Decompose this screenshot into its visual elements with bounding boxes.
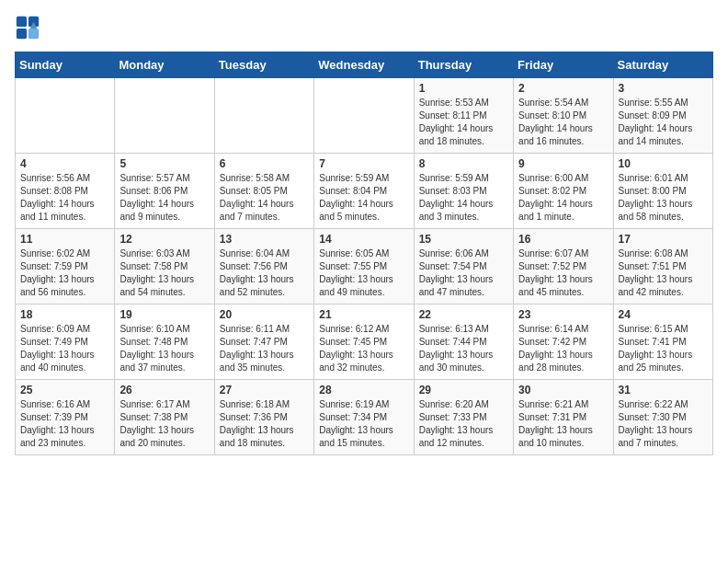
day-number: 26 xyxy=(119,384,209,396)
calendar-cell xyxy=(16,78,115,154)
day-info: Sunrise: 6:22 AM Sunset: 7:30 PM Dayligh… xyxy=(619,398,708,450)
day-number: 2 xyxy=(518,82,608,95)
calendar-cell: 11Sunrise: 6:02 AM Sunset: 7:59 PM Dayli… xyxy=(16,229,115,304)
calendar-cell: 9Sunrise: 6:00 AM Sunset: 8:02 PM Daylig… xyxy=(514,154,613,229)
day-info: Sunrise: 6:04 AM Sunset: 7:56 PM Dayligh… xyxy=(220,247,309,299)
day-number: 16 xyxy=(518,233,608,246)
calendar-cell: 12Sunrise: 6:03 AM Sunset: 7:58 PM Dayli… xyxy=(115,229,214,304)
svg-rect-0 xyxy=(17,17,27,27)
day-info: Sunrise: 6:07 AM Sunset: 7:52 PM Dayligh… xyxy=(518,247,608,299)
calendar-cell: 1Sunrise: 5:53 AM Sunset: 8:11 PM Daylig… xyxy=(414,78,513,154)
day-info: Sunrise: 6:17 AM Sunset: 7:38 PM Dayligh… xyxy=(119,398,209,450)
day-number: 17 xyxy=(619,233,708,246)
calendar-cell: 31Sunrise: 6:22 AM Sunset: 7:30 PM Dayli… xyxy=(613,380,712,455)
day-number: 30 xyxy=(518,384,608,396)
week-row-2: 4Sunrise: 5:56 AM Sunset: 8:08 PM Daylig… xyxy=(16,154,713,229)
header-sunday: Sunday xyxy=(16,52,115,78)
day-number: 27 xyxy=(220,384,309,396)
header-monday: Monday xyxy=(115,52,214,78)
day-number: 1 xyxy=(419,82,508,95)
calendar-cell: 26Sunrise: 6:17 AM Sunset: 7:38 PM Dayli… xyxy=(115,380,214,455)
day-number: 14 xyxy=(319,233,408,246)
calendar-cell: 8Sunrise: 5:59 AM Sunset: 8:03 PM Daylig… xyxy=(414,154,513,229)
day-number: 31 xyxy=(619,384,708,396)
day-info: Sunrise: 6:12 AM Sunset: 7:45 PM Dayligh… xyxy=(319,323,408,374)
day-info: Sunrise: 5:53 AM Sunset: 8:11 PM Dayligh… xyxy=(419,97,508,148)
calendar-cell: 15Sunrise: 6:06 AM Sunset: 7:54 PM Dayli… xyxy=(414,229,513,304)
calendar-cell: 4Sunrise: 5:56 AM Sunset: 8:08 PM Daylig… xyxy=(16,154,115,229)
calendar-cell: 28Sunrise: 6:19 AM Sunset: 7:34 PM Dayli… xyxy=(314,380,414,455)
svg-rect-3 xyxy=(28,29,39,39)
day-number: 12 xyxy=(119,233,209,246)
calendar-cell: 27Sunrise: 6:18 AM Sunset: 7:36 PM Dayli… xyxy=(214,380,313,455)
day-number: 6 xyxy=(220,157,309,170)
header-wednesday: Wednesday xyxy=(314,52,414,78)
header-saturday: Saturday xyxy=(613,52,712,78)
calendar-cell: 18Sunrise: 6:09 AM Sunset: 7:49 PM Dayli… xyxy=(16,304,115,380)
day-info: Sunrise: 5:57 AM Sunset: 8:06 PM Dayligh… xyxy=(119,172,209,224)
day-info: Sunrise: 6:02 AM Sunset: 7:59 PM Dayligh… xyxy=(20,247,109,299)
calendar-cell: 22Sunrise: 6:13 AM Sunset: 7:44 PM Dayli… xyxy=(414,304,513,380)
day-info: Sunrise: 6:19 AM Sunset: 7:34 PM Dayligh… xyxy=(319,398,408,450)
calendar-table: SundayMondayTuesdayWednesdayThursdayFrid… xyxy=(15,52,713,455)
week-row-4: 18Sunrise: 6:09 AM Sunset: 7:49 PM Dayli… xyxy=(16,304,713,380)
week-row-5: 25Sunrise: 6:16 AM Sunset: 7:39 PM Dayli… xyxy=(16,380,713,455)
day-info: Sunrise: 5:54 AM Sunset: 8:10 PM Dayligh… xyxy=(518,97,608,148)
calendar-cell: 3Sunrise: 5:55 AM Sunset: 8:09 PM Daylig… xyxy=(613,78,712,154)
header-friday: Friday xyxy=(514,52,613,78)
logo-icon xyxy=(15,15,40,40)
day-info: Sunrise: 5:55 AM Sunset: 8:09 PM Dayligh… xyxy=(619,97,708,148)
calendar-cell: 17Sunrise: 6:08 AM Sunset: 7:51 PM Dayli… xyxy=(613,229,712,304)
day-info: Sunrise: 6:05 AM Sunset: 7:55 PM Dayligh… xyxy=(319,247,408,299)
day-number: 19 xyxy=(119,308,209,321)
calendar-body: 1Sunrise: 5:53 AM Sunset: 8:11 PM Daylig… xyxy=(16,78,713,455)
calendar-cell: 19Sunrise: 6:10 AM Sunset: 7:48 PM Dayli… xyxy=(115,304,214,380)
day-number: 29 xyxy=(419,384,508,396)
calendar-cell: 14Sunrise: 6:05 AM Sunset: 7:55 PM Dayli… xyxy=(314,229,414,304)
day-number: 23 xyxy=(518,308,608,321)
calendar-cell: 6Sunrise: 5:58 AM Sunset: 8:05 PM Daylig… xyxy=(214,154,313,229)
calendar-cell: 24Sunrise: 6:15 AM Sunset: 7:41 PM Dayli… xyxy=(613,304,712,380)
calendar-cell: 23Sunrise: 6:14 AM Sunset: 7:42 PM Dayli… xyxy=(514,304,613,380)
day-info: Sunrise: 6:10 AM Sunset: 7:48 PM Dayligh… xyxy=(119,323,209,374)
day-info: Sunrise: 6:09 AM Sunset: 7:49 PM Dayligh… xyxy=(20,323,109,374)
header-tuesday: Tuesday xyxy=(214,52,313,78)
day-number: 24 xyxy=(619,308,708,321)
day-info: Sunrise: 5:59 AM Sunset: 8:04 PM Dayligh… xyxy=(319,172,408,224)
calendar-cell xyxy=(214,78,313,154)
calendar-cell: 5Sunrise: 5:57 AM Sunset: 8:06 PM Daylig… xyxy=(115,154,214,229)
calendar-cell: 10Sunrise: 6:01 AM Sunset: 8:00 PM Dayli… xyxy=(613,154,712,229)
calendar-cell: 7Sunrise: 5:59 AM Sunset: 8:04 PM Daylig… xyxy=(314,154,414,229)
day-info: Sunrise: 6:16 AM Sunset: 7:39 PM Dayligh… xyxy=(20,398,109,450)
day-number: 28 xyxy=(319,384,408,396)
calendar-header: SundayMondayTuesdayWednesdayThursdayFrid… xyxy=(16,52,713,78)
day-info: Sunrise: 6:18 AM Sunset: 7:36 PM Dayligh… xyxy=(220,398,309,450)
logo xyxy=(15,15,42,40)
calendar-cell: 16Sunrise: 6:07 AM Sunset: 7:52 PM Dayli… xyxy=(514,229,613,304)
calendar-cell: 20Sunrise: 6:11 AM Sunset: 7:47 PM Dayli… xyxy=(214,304,313,380)
day-number: 4 xyxy=(20,157,109,170)
day-info: Sunrise: 5:59 AM Sunset: 8:03 PM Dayligh… xyxy=(419,172,508,224)
page-header xyxy=(15,15,713,40)
day-number: 13 xyxy=(220,233,309,246)
day-number: 7 xyxy=(319,157,408,170)
day-info: Sunrise: 6:13 AM Sunset: 7:44 PM Dayligh… xyxy=(419,323,508,374)
day-number: 18 xyxy=(20,308,109,321)
header-thursday: Thursday xyxy=(414,52,513,78)
calendar-cell: 2Sunrise: 5:54 AM Sunset: 8:10 PM Daylig… xyxy=(514,78,613,154)
day-number: 25 xyxy=(20,384,109,396)
calendar-cell xyxy=(115,78,214,154)
calendar-cell: 21Sunrise: 6:12 AM Sunset: 7:45 PM Dayli… xyxy=(314,304,414,380)
day-number: 3 xyxy=(619,82,708,95)
day-info: Sunrise: 6:11 AM Sunset: 7:47 PM Dayligh… xyxy=(220,323,309,374)
day-info: Sunrise: 6:08 AM Sunset: 7:51 PM Dayligh… xyxy=(619,247,708,299)
day-number: 15 xyxy=(419,233,508,246)
calendar-cell: 30Sunrise: 6:21 AM Sunset: 7:31 PM Dayli… xyxy=(514,380,613,455)
day-number: 20 xyxy=(220,308,309,321)
day-info: Sunrise: 5:56 AM Sunset: 8:08 PM Dayligh… xyxy=(20,172,109,224)
day-info: Sunrise: 6:21 AM Sunset: 7:31 PM Dayligh… xyxy=(518,398,608,450)
day-number: 22 xyxy=(419,308,508,321)
header-row: SundayMondayTuesdayWednesdayThursdayFrid… xyxy=(16,52,713,78)
week-row-3: 11Sunrise: 6:02 AM Sunset: 7:59 PM Dayli… xyxy=(16,229,713,304)
day-info: Sunrise: 6:03 AM Sunset: 7:58 PM Dayligh… xyxy=(119,247,209,299)
